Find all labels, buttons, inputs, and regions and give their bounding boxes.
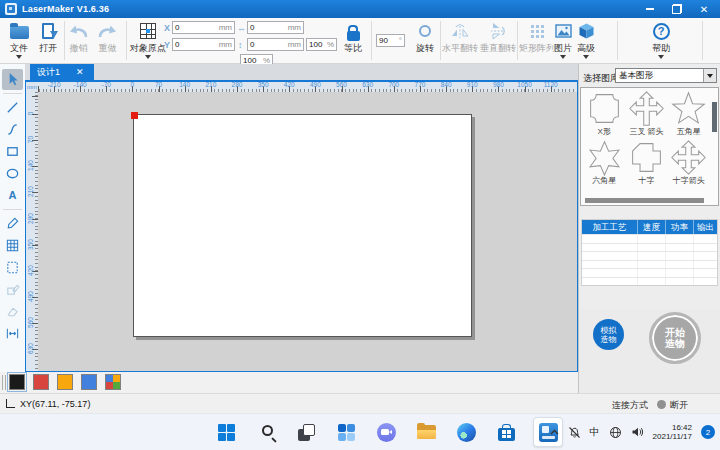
drawing-tool-strip: A <box>0 64 25 372</box>
page-frame-icon <box>5 260 20 275</box>
width-field[interactable]: 0mm <box>247 21 304 34</box>
shape-item[interactable]: 十字箭头 <box>668 139 710 186</box>
tool-node-edit[interactable] <box>2 279 23 300</box>
simulate-button[interactable]: 模拟 造物 <box>593 319 624 350</box>
undo-arrow-icon <box>68 24 89 39</box>
minimize-button[interactable] <box>644 3 656 15</box>
system-tray: 中 16:42 2021/11/17 2 <box>550 414 715 450</box>
tool-rectangle[interactable] <box>2 141 23 162</box>
toolbar-separator <box>702 21 703 60</box>
ruler-label: 630 <box>27 342 34 356</box>
rotate-circle-icon <box>419 25 431 37</box>
tool-line[interactable] <box>2 97 23 118</box>
grid-icon <box>5 238 20 253</box>
height-field[interactable]: 0mm <box>247 38 304 51</box>
tool-select[interactable] <box>2 69 23 90</box>
tab-close-icon[interactable]: ✕ <box>76 67 84 77</box>
library-dropdown-button[interactable] <box>703 69 716 82</box>
store-button[interactable] <box>493 419 519 445</box>
flip-horizontal-button[interactable]: 水平翻转 <box>441 19 479 63</box>
chevron-down-icon <box>583 55 589 59</box>
tab-design1[interactable]: 设计1 ✕ <box>30 64 94 80</box>
main-toolbar: 文件 打开 撤销 重做 对象原点 X 0mm Y 0mm ↔ <box>0 18 720 64</box>
volume-icon[interactable] <box>631 426 644 438</box>
shape-label: 六角星 <box>592 175 616 186</box>
palette-drag-handle[interactable] <box>2 375 6 390</box>
task-view-icon <box>298 424 315 441</box>
open-button[interactable]: 打开 <box>33 19 63 63</box>
notification-badge[interactable]: 2 <box>701 425 715 439</box>
tool-text[interactable]: A <box>2 185 23 206</box>
shape-item[interactable]: X形 <box>583 90 625 137</box>
library-select[interactable]: 基本图形 <box>615 68 717 83</box>
canvas-viewport[interactable] <box>38 92 577 371</box>
proportional-lock-button[interactable]: 等比 <box>338 19 368 63</box>
ruler-label: -140 <box>74 82 87 88</box>
origin-handle[interactable] <box>131 112 138 119</box>
color-swatch[interactable] <box>9 374 25 390</box>
start-button[interactable]: 开始 造物 <box>649 312 701 364</box>
file-button[interactable]: 文件 <box>4 19 34 63</box>
shape-item[interactable]: 六角星 <box>583 139 625 186</box>
task-view-button[interactable] <box>293 419 319 445</box>
color-swatch[interactable] <box>33 374 49 390</box>
connection-state: 断开 <box>670 399 688 412</box>
search-icon <box>262 425 273 436</box>
shape-item[interactable]: 十字 <box>625 139 667 186</box>
widgets-icon <box>338 424 355 441</box>
ruler-label: 280 <box>27 211 34 225</box>
tool-grid[interactable] <box>2 235 23 256</box>
restore-button[interactable] <box>671 3 683 15</box>
edge-button[interactable] <box>453 419 479 445</box>
search-button[interactable] <box>253 419 279 445</box>
library-horizontal-scrollbar[interactable] <box>585 198 704 203</box>
ruler-label: 210 <box>27 185 34 199</box>
tool-curve[interactable] <box>2 119 23 140</box>
network-icon[interactable] <box>609 426 622 439</box>
color-swatch[interactable] <box>57 374 73 390</box>
shape-item[interactable]: 五角星 <box>668 90 710 137</box>
undo-button[interactable]: 撤销 <box>64 19 93 63</box>
x-field[interactable]: 0mm <box>172 21 235 34</box>
ime-indicator[interactable]: 中 <box>590 425 600 439</box>
flip-vertical-button[interactable]: 垂直翻转 <box>479 19 517 63</box>
clock[interactable]: 16:42 2021/11/17 <box>653 423 692 442</box>
tray-expand-icon[interactable] <box>550 429 559 435</box>
file-explorer-button[interactable] <box>413 419 439 445</box>
color-swatch[interactable] <box>81 374 97 390</box>
ruler-label: 420 <box>284 82 295 88</box>
lasermaker-window: LaserMaker V1.6.36 ✕ 文件 打开 撤销 重做 <box>0 0 720 450</box>
width-percent-field[interactable]: 100% <box>306 38 337 51</box>
rotate-angle-field[interactable]: 90° <box>376 34 405 47</box>
ruler-label: 980 <box>493 82 504 88</box>
title-bar: LaserMaker V1.6.36 ✕ <box>0 0 720 18</box>
library-vertical-scrollbar[interactable] <box>712 102 717 132</box>
tool-eraser[interactable] <box>2 301 23 322</box>
start-button[interactable] <box>213 419 239 445</box>
redo-button[interactable]: 重做 <box>93 19 122 63</box>
advanced-button[interactable]: 高级 <box>573 19 599 63</box>
color-swatch[interactable] <box>105 374 121 390</box>
work-page[interactable] <box>133 114 472 337</box>
tool-ellipse[interactable] <box>2 163 23 184</box>
chat-button[interactable] <box>373 419 399 445</box>
array-grid-icon <box>530 24 545 39</box>
close-button[interactable]: ✕ <box>698 3 710 15</box>
pencil-icon <box>5 216 20 231</box>
ruler-label: 70 <box>27 133 34 147</box>
widgets-button[interactable] <box>333 419 359 445</box>
tool-pencil[interactable] <box>2 213 23 234</box>
tool-dimension[interactable] <box>2 323 23 344</box>
help-button[interactable]: ? 帮助 <box>643 19 679 63</box>
curve-icon <box>5 122 20 137</box>
ruler-label: 140 <box>27 159 34 173</box>
shape-item[interactable]: 三叉 箭头 <box>625 90 667 137</box>
rectangle-icon <box>5 144 20 159</box>
object-origin-button[interactable]: 对象原点 <box>129 19 167 63</box>
node-edit-icon <box>5 282 20 297</box>
notification-muted-icon[interactable] <box>568 426 581 439</box>
y-field[interactable]: 0mm <box>172 38 235 51</box>
ruler-label: 910 <box>467 82 478 88</box>
tool-page-frame[interactable] <box>2 257 23 278</box>
rotate-button[interactable]: 旋转 <box>412 19 438 63</box>
